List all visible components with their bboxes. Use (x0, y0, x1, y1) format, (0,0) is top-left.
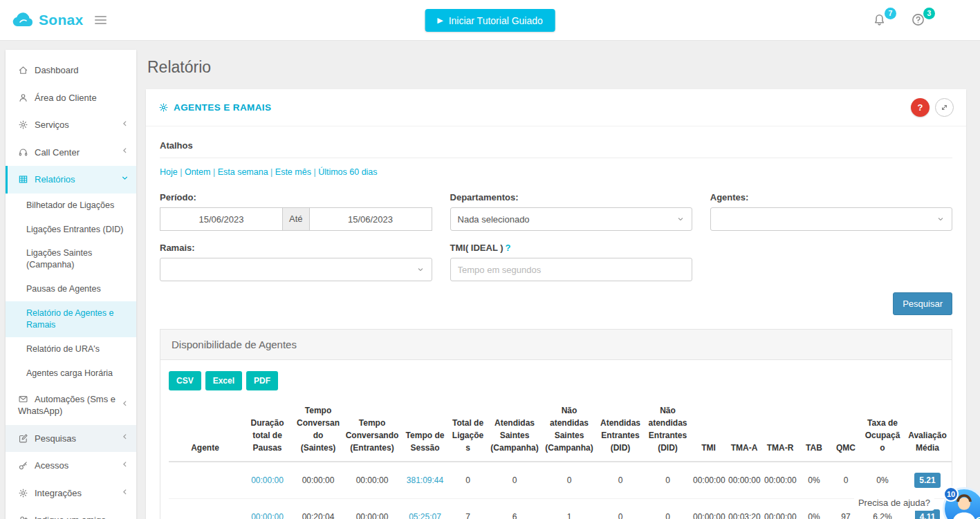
table-cell: 00:00:00 (343, 462, 401, 499)
table-row: 00:00:0000:00:0000:00:00381:09:440000000… (169, 462, 952, 499)
help-circle-icon[interactable]: 3 (911, 12, 926, 28)
table-cell: 6 (487, 499, 542, 519)
sidebar-item-label: Dashboard (35, 65, 79, 75)
table-cell: 0 (645, 499, 691, 519)
periodo-label: Período: (160, 192, 432, 202)
notifications-bell-icon[interactable]: 7 (872, 12, 887, 28)
table-cell: 0 (449, 462, 487, 499)
sidebar-item-integracoes[interactable]: Integrações (6, 480, 136, 507)
panel-help-button[interactable]: ? (911, 98, 930, 117)
sidebar-item-acessos[interactable]: Acessos (6, 452, 136, 480)
table-cell[interactable]: 05:25:07 (401, 499, 449, 519)
home-icon (18, 65, 28, 75)
sidebar-subitem[interactable]: Bilhetador de Ligações (6, 194, 136, 218)
sidebar-item-indique-um-amigo[interactable]: Indique um amigo (6, 507, 136, 519)
sidebar: DashboardÁrea do ClienteServiçosCall Cen… (6, 50, 136, 519)
shortcut-link[interactable]: Esta semana (218, 167, 268, 177)
sidebar-item-automacoes[interactable]: Automações (Sms e WhatsApp) (6, 386, 136, 425)
table-cell: 00:00:00 (762, 499, 798, 519)
chevron-left-icon (120, 147, 129, 159)
envelope-icon (18, 394, 28, 404)
tutorial-button[interactable]: ▶ Iniciar Tutorial Guiado (425, 9, 555, 32)
export-csv-button[interactable]: CSV (169, 371, 201, 390)
sidebar-item-call-center[interactable]: Call Center (6, 139, 136, 167)
ate-addon: Até (283, 207, 309, 231)
sidebar-item-area-do-cliente[interactable]: Área do Cliente (6, 84, 136, 112)
table-cell: 0% (798, 462, 830, 499)
availability-body: CSVExcelPDF AgenteDuração total de Pausa… (160, 360, 952, 519)
table-cell: 0% (798, 499, 830, 519)
sidebar-item-servicos[interactable]: Serviços (6, 111, 136, 139)
export-pdf-button[interactable]: PDF (246, 371, 278, 390)
sidebar-subitem[interactable]: Pausas de Agentes (6, 277, 136, 301)
sidebar-subitem[interactable]: Agentes carga Horária (6, 361, 136, 386)
user-icon (18, 93, 28, 103)
sidebar-subitem[interactable]: Ligações Entrantes (DID) (6, 218, 136, 242)
ramais-label: Ramais: (160, 243, 432, 253)
tmi-help-icon[interactable]: ? (506, 243, 511, 253)
headset-icon (18, 147, 28, 158)
sidebar-item-label: Relatórios (35, 174, 75, 185)
table-cell[interactable]: 381:09:44 (401, 462, 449, 499)
agents-table: AgenteDuração total de PausasTempo Conve… (169, 400, 952, 519)
column-header: TMA-R (762, 400, 798, 462)
sidebar-item-label: Área do Cliente (35, 93, 97, 103)
panel-expand-button[interactable] (935, 98, 954, 117)
date-from-input[interactable] (160, 207, 283, 231)
table-cell: 0 (596, 462, 645, 499)
ramais-select[interactable] (160, 258, 432, 281)
shortcut-link[interactable]: Ontem (185, 167, 211, 177)
table-cell[interactable]: 00:00:00 (241, 462, 293, 499)
help-chat-button[interactable]: 10 (943, 487, 980, 519)
table-cell (169, 499, 241, 519)
date-to-input[interactable] (309, 207, 432, 231)
sidebar-menu: DashboardÁrea do ClienteServiçosCall Cen… (6, 57, 136, 519)
column-header: Tempo Conversando (Entrantes) (343, 400, 401, 462)
sidebar-item-label: Automações (Sms e WhatsApp) (18, 394, 115, 417)
score-badge: 5.21 (914, 473, 940, 488)
shortcut-links: Hoje | Ontem | Esta semana | Este mês | … (160, 167, 952, 177)
sidebar-subitem[interactable]: Ligações Saintes (Campanha) (6, 241, 136, 277)
table-cell: 00:03:20 (726, 499, 762, 519)
shortcut-separator: | (311, 167, 318, 177)
page-title: Relatório (147, 58, 966, 77)
column-header: Total de Ligações (449, 400, 487, 462)
chevron-left-icon (120, 487, 129, 500)
shortcut-link[interactable]: Últimos 60 dias (318, 167, 377, 177)
shortcut-link[interactable]: Hoje (160, 167, 178, 177)
sidebar-item-dashboard[interactable]: Dashboard (6, 57, 136, 84)
search-button[interactable]: Pesquisar (893, 292, 952, 315)
sidebar-item-label: Indique um amigo (35, 515, 106, 519)
sidebar-subitem[interactable]: Relatório de URA's (6, 337, 136, 361)
table-cell: 00:20:04 (293, 499, 343, 519)
chevron-down-icon (416, 265, 425, 274)
brand-logo[interactable]: Sonax (11, 12, 84, 28)
table-row: 00:00:0000:20:0400:00:0005:25:077610000:… (169, 499, 952, 519)
sidebar-item-pesquisas[interactable]: Pesquisas (6, 425, 136, 453)
column-header: Avaliação Média (903, 400, 952, 462)
chevron-down-icon (936, 215, 945, 223)
tmi-input[interactable] (450, 258, 692, 281)
chevron-left-icon (120, 460, 129, 472)
table-icon (18, 174, 28, 185)
gear-icon (18, 120, 28, 130)
export-excel-button[interactable]: Excel (205, 371, 242, 390)
shortcuts-label: Atalhos (160, 140, 952, 151)
departamentos-select[interactable]: Nada selecionado (450, 207, 692, 231)
sidebar-item-relatorios[interactable]: Relatórios (6, 166, 136, 194)
topbar: Sonax ▶ Iniciar Tutorial Guiado 7 3 (0, 0, 980, 41)
departamentos-label: Departamentos: (450, 192, 692, 202)
table-header-row: AgenteDuração total de PausasTempo Conve… (169, 400, 952, 462)
topbar-actions: 7 3 (872, 12, 926, 28)
agentes-select[interactable] (710, 207, 952, 231)
shortcut-link[interactable]: Este mês (275, 167, 311, 177)
hamburger-menu-icon[interactable] (95, 14, 107, 26)
help-widget-badge: 10 (943, 487, 959, 502)
expand-icon (940, 103, 949, 112)
table-cell[interactable]: 00:00:00 (241, 499, 293, 519)
sidebar-subitem[interactable]: Relatório de Agentes e Ramais (6, 301, 136, 337)
chevron-down-icon (676, 215, 685, 223)
sidebar-item-label: Pesquisas (35, 433, 76, 444)
table-cell: 00:00:00 (293, 462, 343, 499)
shortcut-separator: | (210, 167, 217, 177)
